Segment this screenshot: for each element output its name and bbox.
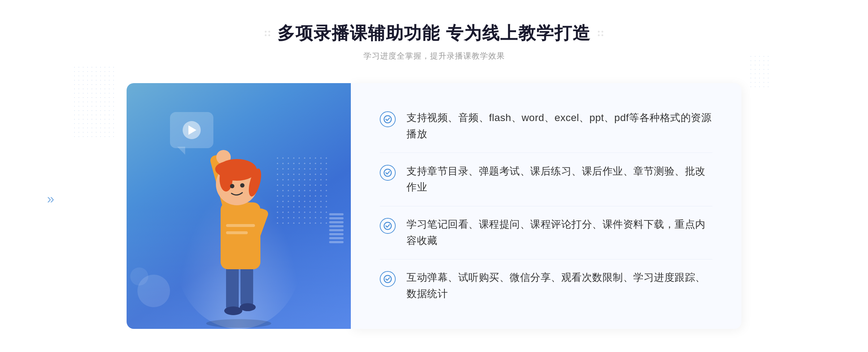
- svg-point-20: [384, 222, 391, 229]
- header-section: 多项录播课辅助功能 专为线上教学打造 学习进度全掌握，提升录播课教学效果: [265, 22, 603, 61]
- header-dots-right: [598, 31, 603, 36]
- svg-point-21: [384, 275, 391, 283]
- stripe-8: [329, 241, 344, 243]
- stripe-6: [329, 233, 344, 235]
- stripe-2: [329, 217, 344, 219]
- feature-item-3: 学习笔记回看、课程提问、课程评论打分、课件资料下载，重点内容收藏: [380, 209, 712, 256]
- svg-rect-16: [226, 224, 255, 227]
- content-area: 支持视频、音频、flash、word、excel、ppt、pdf等各种格式的资源…: [127, 83, 741, 329]
- striped-bar: [329, 213, 344, 257]
- svg-point-19: [384, 169, 391, 176]
- svg-rect-2: [241, 264, 253, 307]
- check-circle-3: [380, 218, 396, 234]
- divider-3: [380, 259, 712, 259]
- stripe-7: [329, 237, 344, 239]
- feature-text-4: 互动弹幕、试听购买、微信分享、观看次数限制、学习进度跟踪、数据统计: [407, 270, 712, 302]
- feature-item-2: 支持章节目录、弹题考试、课后练习、课后作业、章节测验、批改作业: [380, 156, 712, 203]
- illustration-panel: [127, 83, 351, 329]
- svg-rect-17: [226, 231, 248, 234]
- check-icon-1: [380, 111, 396, 127]
- svg-point-14: [230, 184, 234, 188]
- features-panel: 支持视频、音频、flash、word、excel、ppt、pdf等各种格式的资源…: [351, 83, 741, 329]
- svg-point-18: [384, 116, 391, 123]
- header-decoration: 多项录播课辅助功能 专为线上教学打造: [265, 22, 603, 45]
- stripe-5: [329, 229, 344, 231]
- page-subtitle: 学习进度全掌握，提升录播课教学效果: [265, 51, 603, 61]
- divider-2: [380, 206, 712, 206]
- svg-point-12: [215, 161, 244, 177]
- svg-point-4: [240, 303, 256, 311]
- svg-point-3: [224, 306, 242, 315]
- svg-point-15: [240, 183, 244, 188]
- stripe-1: [329, 213, 344, 215]
- check-icon-2: [380, 165, 396, 181]
- check-icon-4: [380, 271, 396, 287]
- decorative-dots-right: [749, 54, 770, 90]
- svg-point-0: [206, 319, 271, 328]
- stripe-4: [329, 225, 344, 227]
- check-circle-1: [380, 111, 396, 127]
- page-title: 多项录播课辅助功能 专为线上教学打造: [277, 22, 590, 45]
- check-circle-2: [380, 165, 396, 181]
- feature-item-1: 支持视频、音频、flash、word、excel、ppt、pdf等各种格式的资源…: [380, 103, 712, 150]
- check-circle-4: [380, 271, 396, 287]
- feature-text-3: 学习笔记回看、课程提问、课程评论打分、课件资料下载，重点内容收藏: [407, 216, 712, 249]
- divider-1: [380, 153, 712, 153]
- feature-text-2: 支持章节目录、弹题考试、课后练习、课后作业、章节测验、批改作业: [407, 163, 712, 196]
- deco-circle-small: [130, 267, 148, 286]
- stripe-3: [329, 221, 344, 223]
- decorative-dots-left: [72, 65, 116, 137]
- page-container: » 多项录播课辅助功能 专为线上教学打造 学习进度全掌握，提升录播课教学效果: [0, 0, 868, 352]
- svg-rect-1: [226, 264, 239, 311]
- person-illustration: [170, 126, 307, 329]
- arrow-left-decoration: »: [47, 192, 54, 207]
- check-icon-3: [380, 218, 396, 234]
- feature-text-1: 支持视频、音频、flash、word、excel、ppt、pdf等各种格式的资源…: [407, 110, 712, 142]
- header-dots-left: [265, 31, 270, 36]
- feature-item-4: 互动弹幕、试听购买、微信分享、观看次数限制、学习进度跟踪、数据统计: [380, 262, 712, 309]
